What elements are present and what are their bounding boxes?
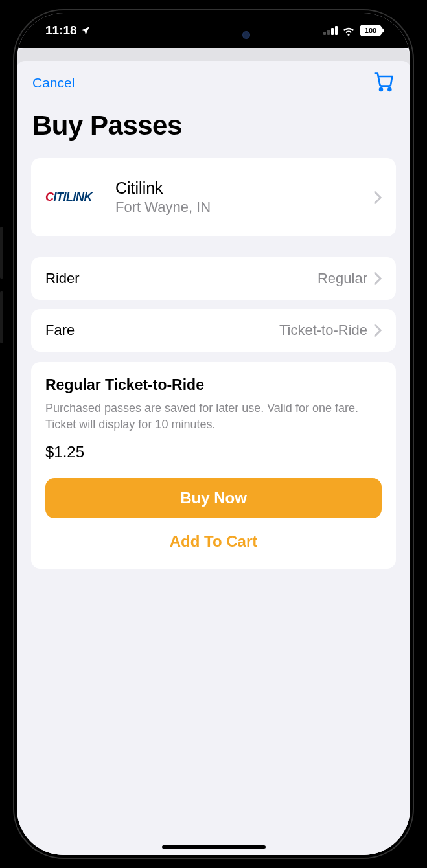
svg-rect-0 (323, 32, 326, 35)
buy-now-button[interactable]: Buy Now (45, 478, 382, 518)
fare-selector[interactable]: Fare Ticket-to-Ride (31, 309, 396, 352)
status-time: 11:18 (45, 23, 77, 38)
location-arrow-icon (80, 25, 91, 36)
pass-detail-card: Regular Ticket-to-Ride Purchased passes … (31, 362, 396, 569)
fare-value: Ticket-to-Ride (279, 322, 367, 339)
chevron-right-icon (374, 191, 382, 204)
svg-rect-2 (331, 28, 334, 35)
cancel-button[interactable]: Cancel (32, 75, 75, 91)
battery-indicator: 100 (360, 25, 382, 36)
cart-icon (373, 71, 395, 92)
pass-description: Purchased passes are saved for later use… (45, 400, 382, 433)
svg-rect-3 (335, 26, 338, 35)
fare-label: Fare (45, 322, 75, 339)
agency-selector[interactable]: CITILINK Citilink Fort Wayne, IN (31, 158, 396, 236)
pass-title: Regular Ticket-to-Ride (45, 376, 382, 394)
phone-frame: 11:18 100 (0, 0, 427, 868)
chevron-right-icon (374, 324, 382, 337)
agency-location: Fort Wayne, IN (115, 199, 364, 216)
cart-button[interactable] (373, 71, 395, 95)
agency-logo: CITILINK (45, 190, 105, 205)
chevron-right-icon (374, 272, 382, 285)
cellular-signal-icon (323, 26, 338, 35)
volume-up-button (0, 227, 3, 279)
page-title: Buy Passes (17, 95, 410, 158)
agency-name: Citilink (115, 179, 364, 198)
rider-label: Rider (45, 270, 80, 287)
modal-sheet: Cancel Buy Passes CITILINK (17, 61, 410, 855)
rider-selector[interactable]: Rider Regular (31, 257, 396, 300)
volume-down-button (0, 291, 3, 343)
svg-point-5 (388, 88, 391, 91)
wifi-icon (342, 26, 355, 36)
svg-point-4 (380, 88, 382, 91)
home-indicator[interactable] (162, 845, 266, 849)
add-to-cart-button[interactable]: Add To Cart (45, 518, 382, 554)
pass-price: $1.25 (45, 443, 382, 461)
dynamic-island (168, 22, 259, 48)
camera-icon (242, 31, 250, 39)
svg-rect-1 (327, 30, 330, 35)
rider-value: Regular (317, 270, 367, 287)
